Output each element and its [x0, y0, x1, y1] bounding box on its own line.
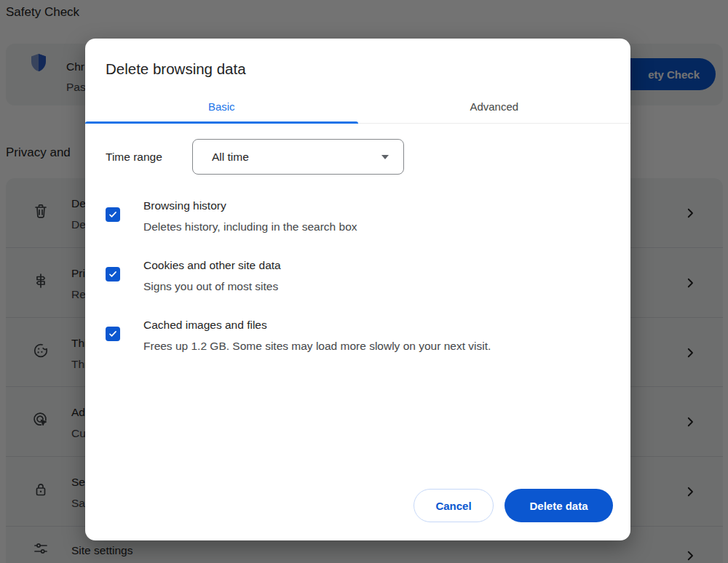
checkbox-description: Frees up 1.2 GB. Some sites may load mor…	[143, 340, 491, 353]
time-range-select[interactable]: All time	[192, 139, 404, 175]
tab-basic[interactable]: Basic	[85, 89, 358, 123]
dialog-title: Delete browsing data	[106, 60, 246, 78]
dropdown-arrow-icon	[381, 155, 389, 159]
tab-advanced[interactable]: Advanced	[358, 89, 631, 123]
cancel-button[interactable]: Cancel	[414, 489, 494, 522]
cached-images-checkbox[interactable]	[106, 327, 120, 341]
cached-images-row: Cached images and files Frees up 1.2 GB.…	[85, 318, 630, 363]
delete-data-button[interactable]: Delete data	[505, 489, 613, 522]
cookies-row: Cookies and other site data Signs you ou…	[85, 258, 630, 303]
check-icon	[108, 329, 118, 339]
dialog-tabs: Basic Advanced	[85, 89, 630, 124]
browsing-history-checkbox[interactable]	[106, 207, 120, 222]
browsing-history-row: Browsing history Deletes history, includ…	[85, 199, 630, 244]
delete-browsing-data-dialog: Delete browsing data Basic Advanced Time…	[85, 39, 630, 540]
time-range-label: Time range	[106, 151, 162, 164]
checkbox-description: Signs you out of most sites	[143, 280, 278, 293]
check-icon	[108, 269, 118, 279]
time-range-selected-value: All time	[212, 151, 381, 164]
cookies-checkbox[interactable]	[106, 267, 120, 282]
checkbox-description: Deletes history, including in the search…	[143, 220, 357, 233]
checkbox-label: Browsing history	[143, 199, 226, 212]
checkbox-label: Cached images and files	[143, 319, 267, 332]
check-icon	[108, 209, 118, 220]
checkbox-label: Cookies and other site data	[143, 259, 281, 272]
